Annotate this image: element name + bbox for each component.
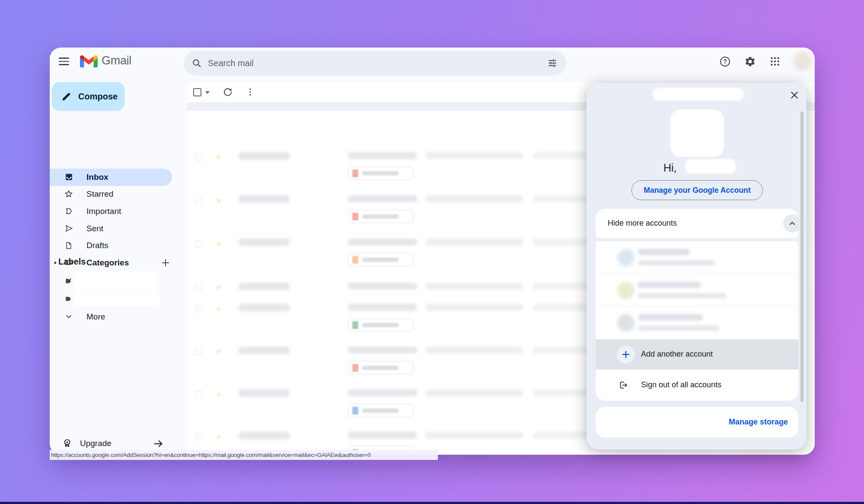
close-icon[interactable] <box>787 88 801 102</box>
redacted-label-text <box>75 271 157 290</box>
redacted-sender <box>239 347 290 354</box>
bottom-edge-strip <box>0 502 864 504</box>
redacted-snippet <box>426 304 523 311</box>
tune-icon[interactable] <box>547 58 558 68</box>
redacted-attachment-name <box>362 366 399 370</box>
sidebar-item-drafts[interactable]: Drafts <box>50 237 172 254</box>
account-avatar <box>617 314 634 332</box>
redacted-snippet <box>426 152 523 159</box>
row-star-ghost: ★ <box>215 346 223 357</box>
manage-google-account-button[interactable]: Manage your Google Account <box>631 180 763 200</box>
row-checkbox-ghost <box>195 284 203 291</box>
svg-text:?: ? <box>723 58 727 65</box>
more-vert-icon[interactable] <box>245 87 255 97</box>
label-item-redacted[interactable] <box>50 272 172 290</box>
help-icon[interactable]: ? <box>715 52 734 71</box>
redacted-account-email <box>653 88 744 101</box>
plus-icon <box>617 345 635 364</box>
redacted-subject <box>348 432 417 439</box>
sidebar-item-inbox[interactable]: Inbox <box>50 169 172 186</box>
redacted-snippet <box>426 195 523 202</box>
labels-title: Labels <box>58 257 86 267</box>
redacted-sender <box>239 239 290 246</box>
account-row-redacted[interactable] <box>596 241 798 274</box>
attachment-chip-redacted[interactable] <box>348 166 414 180</box>
label-filled-icon <box>64 277 73 285</box>
screenshot-stage: Gmail ? <box>0 0 864 504</box>
search-bar[interactable] <box>184 51 566 76</box>
label-item-redacted[interactable] <box>50 290 172 308</box>
row-checkbox-ghost <box>195 197 203 204</box>
redacted-subject <box>348 347 417 354</box>
account-row-redacted[interactable] <box>596 306 798 339</box>
redacted-subject <box>348 152 417 159</box>
account-row-redacted[interactable] <box>596 274 798 307</box>
attachment-icon <box>352 256 358 264</box>
row-checkbox-ghost <box>195 391 203 398</box>
sidebar-item-label: Inbox <box>86 172 108 182</box>
sidebar-item-starred[interactable]: Starred <box>50 186 172 203</box>
redacted-attachment-name <box>362 214 399 219</box>
popup-scrollbar[interactable] <box>800 112 803 402</box>
labels-more-label: More <box>86 312 105 322</box>
hide-more-accounts-row[interactable]: Hide more accounts <box>596 209 798 238</box>
redacted-subject <box>348 283 417 290</box>
badge-seal-icon <box>62 438 73 449</box>
redacted-attachment-name <box>362 408 399 413</box>
label-filled-icon <box>64 295 73 303</box>
labels-more[interactable]: More <box>50 309 172 326</box>
settings-gear-icon[interactable] <box>740 52 759 71</box>
attachment-chip-redacted[interactable] <box>348 318 414 332</box>
redacted-sender <box>239 389 290 397</box>
compose-button[interactable]: Compose <box>52 82 124 111</box>
chevron-down-icon <box>65 313 72 320</box>
apps-grid-icon[interactable] <box>765 52 784 71</box>
refresh-icon[interactable] <box>223 87 233 97</box>
hide-more-accounts-label: Hide more accounts <box>608 219 677 228</box>
browser-status-bar: https://accounts.google.com/AddSession?h… <box>50 450 438 460</box>
attachment-icon <box>352 169 358 177</box>
redacted-subject <box>348 389 417 396</box>
redacted-snippet <box>426 432 523 439</box>
add-another-account-row[interactable]: Add another account <box>596 339 798 370</box>
greeting-row: Hi, <box>587 161 807 176</box>
greeting-prefix: Hi, <box>663 162 677 174</box>
other-accounts-list <box>596 241 798 339</box>
redacted-sender <box>239 304 290 311</box>
attachment-icon <box>352 321 358 329</box>
sidebar-item-important[interactable]: Important <box>50 203 172 220</box>
attachment-icon <box>352 364 358 372</box>
redacted-snippet <box>426 283 523 290</box>
important-marker-icon <box>64 207 73 216</box>
attachment-chip-redacted[interactable] <box>348 404 414 417</box>
labels-section-header: Labels <box>50 255 172 271</box>
redacted-snippet <box>426 347 523 354</box>
redacted-subject <box>348 239 417 246</box>
sidebar-item-label: Sent <box>86 224 103 233</box>
row-checkbox-ghost <box>195 153 203 161</box>
select-all-checkbox[interactable] <box>193 88 201 96</box>
redacted-label-text <box>75 291 159 306</box>
chevron-up-icon[interactable] <box>783 214 801 233</box>
attachment-chip-redacted[interactable] <box>348 253 414 266</box>
attachment-chip-redacted[interactable] <box>348 210 414 223</box>
attachment-chip-redacted[interactable] <box>348 361 414 374</box>
redacted-attachment-name <box>362 258 399 262</box>
sign-out-all-row[interactable]: Sign out of all accounts <box>596 370 798 401</box>
row-checkbox-ghost <box>195 240 203 247</box>
sidebar-item-sent[interactable]: Sent <box>50 220 172 237</box>
row-star-ghost: ★ <box>215 389 223 399</box>
profile-avatar[interactable] <box>793 52 812 71</box>
redacted-attachment-name <box>362 171 399 175</box>
plus-icon[interactable] <box>159 256 172 270</box>
redacted-sender <box>239 432 290 439</box>
redacted-profile-photo[interactable] <box>670 109 724 157</box>
redacted-greeting-name <box>685 159 736 174</box>
redacted-account-name <box>638 249 690 255</box>
attachment-icon <box>352 407 358 415</box>
manage-storage-link[interactable]: Manage storage <box>729 418 788 427</box>
hamburger-icon[interactable] <box>57 55 70 67</box>
inbox-icon <box>64 172 73 182</box>
select-dropdown-caret[interactable] <box>205 91 210 94</box>
search-input[interactable] <box>208 58 547 68</box>
